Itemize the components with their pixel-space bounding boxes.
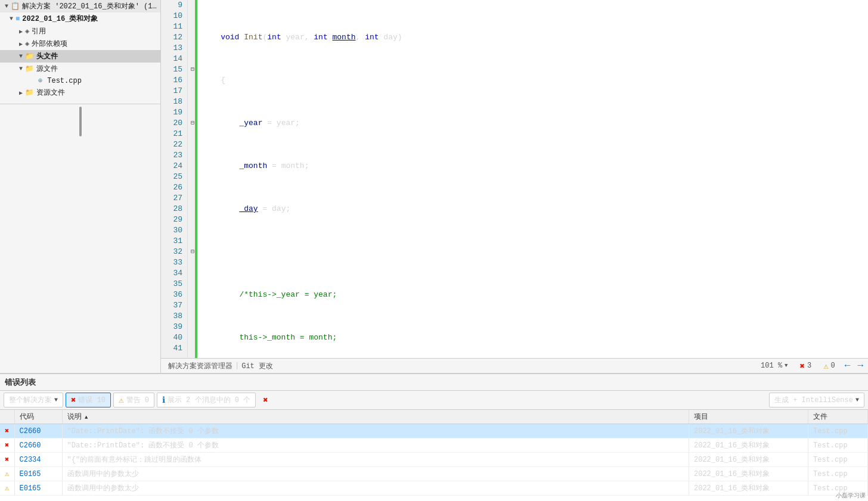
row-icon: ✖ <box>0 438 14 453</box>
expand-icon: ▼ <box>10 15 13 22</box>
project-icon: ■ <box>16 15 20 23</box>
filter-label: 整个解决方案 <box>9 395 52 405</box>
sidebar-resizer[interactable] <box>0 104 160 139</box>
filter-select[interactable]: 整个解决方案 ▼ <box>4 393 63 407</box>
code-line: _year = year; <box>202 118 863 129</box>
sidebar-item-project[interactable]: ▼ ■ 2022_01_16_类和对象 <box>0 13 160 25</box>
editor-statusbar: 解决方案资源管理器 | Git 更改 101 % ▼ ✖ 3 ⚠ 0 ← <box>161 358 868 373</box>
row-code: C2660 <box>14 424 62 438</box>
col-file-header[interactable]: 文件 <box>808 410 868 424</box>
error-count[interactable]: ✖ 3 <box>798 360 814 372</box>
code-container[interactable]: 9 10 11 12 13 14 15 16 17 18 19 20 21 22… <box>161 0 868 358</box>
warnings-filter-button[interactable]: ⚠ 警告 0 <box>113 393 154 407</box>
code-line: /*this->_year = year; <box>202 290 863 300</box>
table-row[interactable]: ⚠ E0165 函数调用中的参数太少 2022_01_16_类和对象 Test.… <box>0 467 868 481</box>
close-panel-icon: ✖ <box>263 395 268 406</box>
table-header-row: 代码 说明 项目 文件 <box>0 410 868 424</box>
warning-count-label: 0 <box>831 362 835 370</box>
nav-back-button[interactable]: ← <box>845 360 851 371</box>
table-row[interactable]: ✖ C2660 "Date::PrintDate": 函数不接受 0 个参数 2… <box>0 438 868 453</box>
table-row[interactable]: ✖ C2660 "Date::PrintDate": 函数不接受 0 个参数 2… <box>0 424 868 438</box>
error-icon: ✖ <box>800 361 805 371</box>
row-desc: "Date::PrintDate": 函数不接受 0 个参数 <box>62 424 689 438</box>
zoom-control[interactable]: 101 % ▼ <box>758 360 790 371</box>
sidebar-item-label: 头文件 <box>36 51 58 61</box>
errors-filter-button[interactable]: ✖ 错误 10 <box>66 393 111 407</box>
expand-icon: ▼ <box>5 3 8 10</box>
build-label: 生成 + IntelliSense <box>774 395 853 405</box>
table-row[interactable]: ✖ C2334 "{"的前面有意外标记；跳过明显的函数体 2022_01_16_… <box>0 453 868 467</box>
sidebar-item-label: 解决方案 '2022_01_16_类和对象' (1… <box>22 1 157 11</box>
code-line: { <box>202 75 863 86</box>
col-desc-header[interactable]: 说明 <box>62 410 689 424</box>
row-project: 2022_01_16_类和对象 <box>689 467 808 481</box>
col-project-header[interactable]: 项目 <box>689 410 808 424</box>
error-count-label: 3 <box>807 362 811 370</box>
nav-forward-button[interactable]: → <box>857 360 863 371</box>
modified-indicator <box>195 0 197 358</box>
solution-tabs: 解决方案资源管理器 | Git 更改 <box>166 360 275 372</box>
solution-tab[interactable]: 解决方案资源管理器 <box>168 361 232 371</box>
sidebar-item-label: 源文件 <box>36 64 58 74</box>
top-area: ▼ 📋 解决方案 '2022_01_16_类和对象' (1… ▼ ■ 2022_… <box>0 0 868 373</box>
warning-filter-icon: ⚠ <box>119 395 123 405</box>
errors-filter-label: 错误 10 <box>78 395 106 405</box>
git-tab[interactable]: Git 更改 <box>241 361 273 371</box>
folder-icon: 📁 <box>25 52 34 61</box>
info-filter-label: 展示 2 个消息中的 0 个 <box>168 395 250 405</box>
main-container: ▼ 📋 解决方案 '2022_01_16_类和对象' (1… ▼ ■ 2022_… <box>0 0 868 501</box>
col-code-header[interactable]: 代码 <box>14 410 62 424</box>
build-dropdown-icon: ▼ <box>855 397 859 403</box>
row-project: 2022_01_16_类和对象 <box>689 453 808 467</box>
sidebar-item-label: 2022_01_16_类和对象 <box>22 14 98 24</box>
editor-area: 9 10 11 12 13 14 15 16 17 18 19 20 21 22… <box>161 0 868 373</box>
table-row[interactable]: ⚠ E0165 函数调用中的参数太少 2022_01_16_类和对象 Test.… <box>0 481 868 496</box>
sidebar-item-solution[interactable]: ▼ 📋 解决方案 '2022_01_16_类和对象' (1… <box>0 0 160 13</box>
row-project: 2022_01_16_类和对象 <box>689 424 808 438</box>
col-icon-header[interactable] <box>0 410 14 424</box>
fold-gutter: ⊟ ⊟ ⊟ <box>188 0 197 358</box>
sidebar-item-sources[interactable]: ▼ 📁 源文件 <box>0 63 160 75</box>
warning-icon: ⚠ <box>823 361 828 371</box>
zoom-dropdown-icon: ▼ <box>785 363 788 369</box>
row-code: E0165 <box>14 481 62 496</box>
sidebar-item-label: 外部依赖项 <box>32 39 67 49</box>
error-table[interactable]: 代码 说明 项目 文件 ✖ C2660 "Date::PrintDate": 函… <box>0 410 868 501</box>
expand-icon: ▼ <box>19 53 23 60</box>
sidebar-item-label: 引用 <box>32 26 46 36</box>
folder-icon: 📁 <box>25 88 34 97</box>
watermark: 小磊学习课 <box>836 491 866 500</box>
bottom-panel-toolbar: 整个解决方案 ▼ ✖ 错误 10 ⚠ 警告 0 ℹ 展示 2 个消息中的 0 个… <box>0 391 868 410</box>
sidebar-item-references[interactable]: ▶ ◈ 引用 <box>0 25 160 38</box>
expand-icon: ▼ <box>19 66 23 72</box>
row-icon: ✖ <box>0 453 14 467</box>
row-file: Test.cpp <box>808 453 868 467</box>
row-code: C2334 <box>14 453 62 467</box>
info-filter-button[interactable]: ℹ 展示 2 个消息中的 0 个 <box>157 393 256 407</box>
row-file: Test.cpp <box>808 467 868 481</box>
expand-icon: ▶ <box>19 28 23 35</box>
row-icon: ⚠ <box>0 481 14 496</box>
sidebar-item-headers[interactable]: ▼ 📁 头文件 <box>0 50 160 63</box>
zoom-value: 101 % <box>761 362 782 370</box>
ref-icon: ◈ <box>25 27 29 36</box>
sidebar-item-ext-deps[interactable]: ▶ ◈ 外部依赖项 <box>0 38 160 50</box>
code-editor[interactable]: void Init(int year, int month, int day) … <box>197 0 868 358</box>
row-desc: 函数调用中的参数太少 <box>62 481 689 496</box>
row-file: Test.cpp <box>808 438 868 453</box>
row-desc: "Date::PrintDate": 函数不接受 0 个参数 <box>62 438 689 453</box>
row-desc: "{"的前面有意外标记；跳过明显的函数体 <box>62 453 689 467</box>
info-filter-icon: ℹ <box>162 395 165 405</box>
build-select[interactable]: 生成 + IntelliSense ▼ <box>769 393 864 407</box>
row-icon: ⚠ <box>0 467 14 481</box>
warning-count[interactable]: ⚠ 0 <box>821 360 838 372</box>
sidebar-item-testcpp[interactable]: ⊕ Test.cpp <box>0 75 160 86</box>
sidebar-item-label: 资源文件 <box>36 88 65 98</box>
row-project: 2022_01_16_类和对象 <box>689 481 808 496</box>
sidebar-item-resources[interactable]: ▶ 📁 资源文件 <box>0 86 160 99</box>
folder-icon: 📁 <box>25 64 34 73</box>
bottom-panel-header: 错误列表 <box>0 374 868 391</box>
row-project: 2022_01_16_类和对象 <box>689 438 808 453</box>
panel-title: 错误列表 <box>5 377 36 388</box>
expand-icon: ▶ <box>19 89 23 97</box>
